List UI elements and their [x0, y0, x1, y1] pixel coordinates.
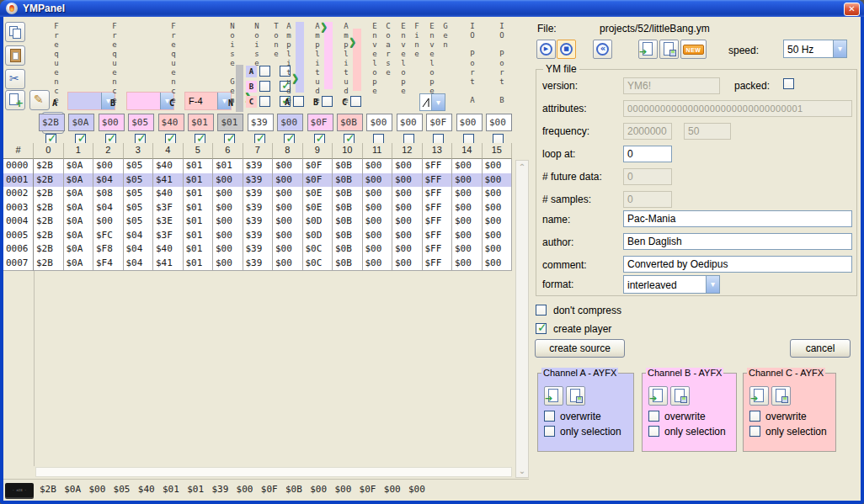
register-field-11[interactable]: $00 — [366, 114, 392, 131]
row-header[interactable]: 0002 — [3, 187, 34, 202]
row-header[interactable]: 0004 — [3, 215, 34, 230]
table-cell[interactable]: $FF — [423, 242, 453, 257]
table-cell[interactable]: $00 — [483, 257, 513, 272]
table-cell[interactable]: $3F — [153, 229, 184, 244]
table-cell[interactable]: $00 — [483, 215, 513, 230]
table-cell[interactable]: $0E — [303, 201, 333, 216]
mixer-noise-c-checkbox[interactable] — [259, 96, 270, 107]
table-cell[interactable]: $39 — [243, 187, 274, 202]
mixer-noise-b-checkbox[interactable] — [259, 81, 270, 92]
table-cell[interactable]: $01 — [184, 187, 214, 202]
table-cell[interactable]: $00 — [392, 173, 423, 188]
table-cell[interactable]: $00 — [273, 201, 303, 216]
table-row-0002[interactable]: 0002$2B$0A$08$05$40$01$00$39$00$0E$0B$00… — [3, 187, 512, 202]
stop-button[interactable]: ■ — [557, 40, 576, 59]
table-cell[interactable]: $0D — [303, 215, 333, 230]
column-header[interactable]: 9 — [303, 143, 333, 159]
envelope-shape-select[interactable]: ▾ — [419, 93, 445, 111]
table-cell[interactable]: $00 — [93, 159, 124, 174]
chevron-down-icon[interactable]: ▾ — [431, 94, 445, 110]
scroll-down-icon[interactable]: ⌄ — [516, 466, 528, 475]
channel-c-only-selection-checkbox[interactable] — [749, 426, 760, 437]
table-cell[interactable]: $39 — [243, 257, 274, 272]
table-cell[interactable]: $00 — [273, 215, 303, 230]
table-cell[interactable]: $40 — [153, 187, 184, 202]
table-cell[interactable]: $00 — [452, 187, 483, 202]
table-row-0000[interactable]: 0000$2B$0A$00$05$40$01$01$39$00$0F$0B$00… — [3, 159, 512, 174]
table-cell[interactable]: $05 — [124, 173, 154, 188]
column-header[interactable]: 7 — [243, 143, 274, 159]
table-cell[interactable]: $39 — [243, 215, 274, 230]
column-header[interactable]: 6 — [213, 143, 243, 159]
table-cell[interactable]: $01 — [184, 159, 214, 174]
play-button[interactable]: ▶ — [536, 40, 556, 59]
paste-button[interactable] — [5, 45, 25, 66]
table-cell[interactable]: $00 — [273, 173, 303, 188]
table-cell[interactable]: $40 — [153, 159, 184, 174]
row-header[interactable]: 0001 — [3, 173, 34, 188]
table-cell[interactable]: $0B — [333, 229, 363, 244]
table-cell[interactable]: $01 — [184, 229, 214, 244]
table-cell[interactable]: $00 — [452, 173, 483, 188]
table-cell[interactable]: $00 — [392, 229, 423, 244]
name-field[interactable]: Pac-Mania — [623, 210, 852, 227]
column-header[interactable]: 8 — [273, 143, 303, 159]
table-cell[interactable]: $2B — [34, 159, 64, 174]
table-cell[interactable]: $04 — [124, 257, 154, 272]
table-cell[interactable]: $01 — [184, 215, 214, 230]
table-cell[interactable]: $0F — [303, 173, 333, 188]
mixer-noise-a-checkbox[interactable] — [259, 66, 270, 77]
table-cell[interactable]: $0B — [333, 215, 363, 230]
new-button[interactable]: NEW — [680, 40, 707, 59]
register-field-10[interactable]: $0B — [337, 114, 363, 131]
register-field-2[interactable]: $00 — [99, 114, 125, 131]
table-cell[interactable]: $01 — [184, 242, 214, 257]
table-cell[interactable]: $2B — [34, 187, 64, 202]
table-cell[interactable]: $2B — [34, 229, 64, 244]
column-header[interactable]: 10 — [333, 143, 363, 159]
amplitude-c-checkbox[interactable] — [350, 96, 361, 107]
register-field-7[interactable]: $39 — [248, 114, 274, 131]
table-cell[interactable]: $39 — [243, 173, 274, 188]
table-cell[interactable]: $00 — [213, 173, 243, 188]
table-cell[interactable]: $3E — [153, 215, 184, 230]
row-header[interactable]: 0006 — [3, 242, 34, 257]
table-cell[interactable]: $0C — [303, 242, 333, 257]
table-cell[interactable]: $00 — [273, 242, 303, 257]
column-header[interactable]: 13 — [423, 143, 453, 159]
table-cell[interactable]: $41 — [153, 257, 184, 272]
table-horizontal-scrollbar[interactable] — [35, 467, 512, 477]
row-header[interactable]: 0005 — [3, 229, 34, 244]
table-cell[interactable]: $00 — [213, 257, 243, 272]
table-cell[interactable]: $00 — [483, 229, 513, 244]
register-field-8[interactable]: $00 — [277, 114, 303, 131]
column-header[interactable]: 11 — [363, 143, 393, 159]
rewind-button[interactable]: « — [593, 40, 612, 59]
register-field-13[interactable]: $0F — [426, 114, 452, 131]
table-row-0004[interactable]: 0004$2B$0A$00$05$3E$01$00$39$00$0D$0B$00… — [3, 215, 512, 230]
table-cell[interactable]: $2B — [34, 215, 64, 230]
table-cell[interactable]: $0B — [333, 159, 363, 174]
channel-a-only-selection-checkbox[interactable] — [544, 426, 555, 437]
table-cell[interactable]: $00 — [363, 242, 393, 257]
import-button[interactable] — [659, 40, 679, 59]
row-header[interactable]: 0000 — [3, 159, 34, 174]
table-cell[interactable]: $05 — [124, 201, 154, 216]
chevron-down-icon[interactable]: ▾ — [706, 276, 719, 293]
add-row-button[interactable]: + — [5, 90, 25, 110]
register-field-9[interactable]: $0F — [307, 114, 333, 131]
cut-button[interactable]: ✂ — [5, 69, 25, 89]
table-cell[interactable]: $FF — [423, 215, 453, 230]
table-cell[interactable]: $0B — [333, 173, 363, 188]
table-cell[interactable]: $FF — [423, 173, 453, 188]
table-cell[interactable]: $00 — [213, 201, 243, 216]
table-cell[interactable]: $39 — [243, 229, 274, 244]
column-header[interactable]: 3 — [124, 143, 154, 159]
table-cell[interactable]: $00 — [363, 173, 393, 188]
table-vertical-scrollbar[interactable]: ⌃ ⌄ — [515, 160, 529, 478]
channel-c-export-button[interactable]: ➔ — [749, 386, 769, 406]
table-cell[interactable]: $00 — [452, 242, 483, 257]
channel-b-import-button[interactable] — [670, 386, 690, 406]
table-cell[interactable]: $04 — [124, 229, 154, 244]
table-cell[interactable]: $2B — [34, 201, 64, 216]
